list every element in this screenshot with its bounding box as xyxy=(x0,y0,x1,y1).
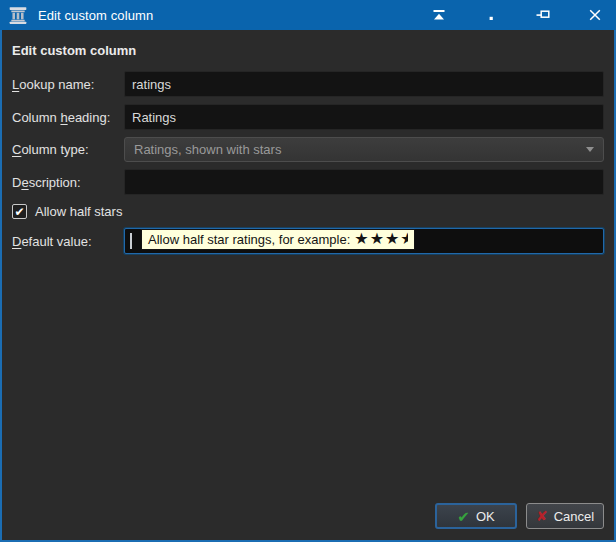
dialog-button-row: ✔ OK ✘ Cancel xyxy=(12,503,604,529)
titlebar[interactable]: Edit custom column xyxy=(0,0,616,30)
shade-window-icon[interactable] xyxy=(424,2,454,28)
lookup-name-label: Lookup name: xyxy=(12,77,124,92)
empty-space xyxy=(12,254,604,503)
tooltip-text: Allow half star ratings, for example: xyxy=(148,232,350,247)
chevron-down-icon xyxy=(586,147,594,152)
description-label: Description: xyxy=(12,175,124,190)
red-cross-icon: ✘ xyxy=(536,509,548,523)
column-heading-label: Column heading: xyxy=(12,110,124,125)
checkmark-icon: ✔ xyxy=(14,206,24,218)
description-input[interactable] xyxy=(124,169,604,195)
close-icon[interactable] xyxy=(580,2,610,28)
default-value-field: Allow half star ratings, for example: ★★… xyxy=(124,228,604,254)
cancel-button[interactable]: ✘ Cancel xyxy=(526,503,604,529)
default-value-label: Default value: xyxy=(12,234,124,249)
form-grid: Lookup name: Column heading: Column type… xyxy=(12,71,604,254)
edit-custom-column-dialog: Edit custom column xyxy=(0,0,616,542)
lookup-name-input[interactable] xyxy=(124,71,604,97)
keep-above-pin-icon[interactable] xyxy=(528,2,558,28)
minimize-icon[interactable] xyxy=(476,2,506,28)
text-cursor xyxy=(130,233,132,249)
full-stars-icon: ★★★ xyxy=(354,231,400,247)
cancel-button-label: Cancel xyxy=(554,509,594,524)
allow-half-stars-label: Allow half stars xyxy=(35,204,122,219)
green-check-icon: ✔ xyxy=(457,509,470,524)
column-heading-input[interactable] xyxy=(124,104,604,130)
calibre-pillar-icon xyxy=(8,5,28,25)
half-star-icon: ★ xyxy=(400,231,408,247)
ok-button-label: OK xyxy=(476,509,495,524)
column-type-dropdown: Ratings, shown with stars xyxy=(124,137,604,162)
default-value-tooltip: Allow half star ratings, for example: ★★… xyxy=(141,229,415,250)
window-title: Edit custom column xyxy=(38,8,153,23)
column-type-value: Ratings, shown with stars xyxy=(134,142,281,157)
column-type-label: Column type: xyxy=(12,142,124,157)
allow-half-stars-checkbox[interactable]: ✔ xyxy=(12,204,27,219)
ok-button[interactable]: ✔ OK xyxy=(435,503,517,529)
allow-half-stars-row[interactable]: ✔ Allow half stars xyxy=(12,204,604,219)
dialog-body: Edit custom column Lookup name: Column h… xyxy=(2,30,614,540)
window-controls xyxy=(402,2,610,28)
dialog-heading: Edit custom column xyxy=(12,43,604,58)
